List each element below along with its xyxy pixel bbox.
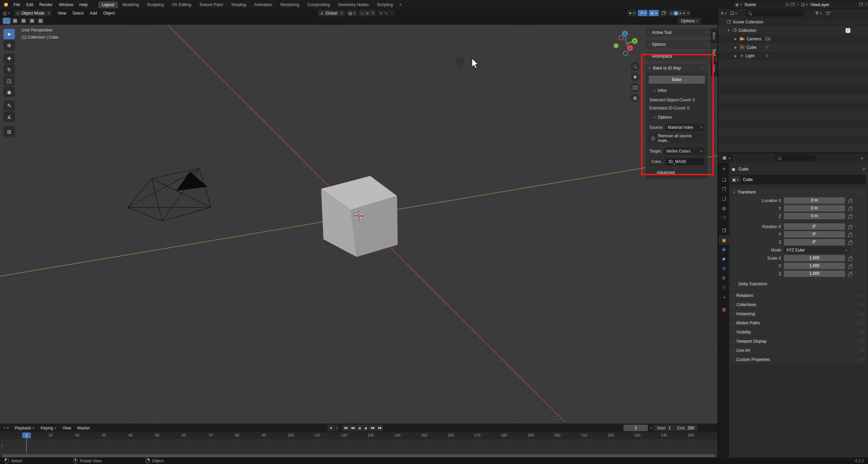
shading-rendered-icon[interactable]: ◓ [683, 11, 685, 16]
xray-toggle[interactable]: ❐ [660, 10, 668, 16]
auto-key-dropdown[interactable]: ∨ [334, 425, 339, 431]
pin-icon[interactable]: ⚲ [785, 2, 790, 7]
checkbox-icon[interactable] [651, 136, 655, 141]
workspace-tab-animation[interactable]: Animation [251, 1, 276, 8]
tab-world[interactable]: ❍ [719, 213, 729, 222]
play-button[interactable]: ▶ [363, 425, 369, 431]
unlink-scene-icon[interactable]: ✕ [796, 3, 799, 6]
select-mode-set[interactable] [3, 18, 11, 24]
lock-icon[interactable] [848, 258, 852, 261]
scene-selector[interactable]: ◍∨ Scene ⚲ ❐ ✕ [734, 1, 801, 8]
panel-motion-paths[interactable]: ›Motion Paths∷∷ [730, 319, 867, 327]
workspace-tab-shading[interactable]: Shading [228, 1, 250, 8]
tab-object[interactable]: ▣ [719, 235, 729, 245]
falloff-icon[interactable]: ∿ [384, 11, 388, 16]
channel-expand-icon[interactable]: › [1, 443, 3, 448]
panel-workspace[interactable]: ›Workspace∷∷ [646, 52, 713, 61]
camera-data-icon[interactable] [765, 36, 771, 41]
menu-view[interactable]: View [55, 11, 70, 16]
collection-checkbox[interactable]: ✓ [846, 28, 850, 33]
tool-scale[interactable]: ◳ [3, 76, 15, 86]
viewport-options-button[interactable]: Options∨ [678, 18, 701, 24]
filter-icon[interactable]: ∇ [816, 11, 818, 16]
tool-move[interactable]: ✚ [3, 53, 15, 64]
viewlayer-selector[interactable]: ❑∨ ViewLayer ❐ ✕ [800, 1, 868, 8]
timeline-scrollbar[interactable] [2, 454, 715, 457]
animate-dot-icon[interactable]: ∙ [855, 264, 856, 268]
tool-rotate[interactable]: ↻ [3, 64, 15, 75]
blender-logo-icon[interactable] [3, 2, 8, 7]
tab-object-data[interactable]: ▽ [719, 283, 729, 292]
animate-dot-icon[interactable]: ∙ [855, 199, 856, 202]
tab-scene[interactable]: ◍ [719, 203, 729, 213]
end-frame-field[interactable]: End250 [674, 426, 697, 430]
navigation-gizmo[interactable]: Z Y X [612, 29, 643, 60]
workspace-tab-modeling[interactable]: Modeling [119, 1, 143, 8]
panel-custom-properties[interactable]: ›Custom Properties∷∷ [730, 356, 867, 364]
bake-button[interactable]: Bake [649, 76, 705, 84]
jump-to-start-button[interactable]: ▮◀ [342, 425, 349, 431]
menu-add[interactable]: Add [87, 11, 100, 16]
animate-dot-icon[interactable]: ∙ [855, 272, 856, 276]
select-mode-extend[interactable] [11, 18, 19, 24]
sidebar-tab-view[interactable]: View [711, 61, 717, 76]
new-collection-icon[interactable]: ❒+ [826, 11, 831, 16]
lock-icon[interactable] [848, 226, 852, 229]
light-data-icon[interactable]: ⊙ [766, 54, 769, 58]
panel-options[interactable]: ›Options∷∷ [646, 40, 713, 49]
tab-physics[interactable]: ↺ [719, 264, 729, 273]
zoom-button[interactable] [631, 62, 639, 71]
mesh-data-icon[interactable]: ▽ [766, 45, 768, 49]
workspace-tab-rendering[interactable]: Rendering [277, 1, 303, 8]
tool-add-cube[interactable]: ⊞ [3, 126, 15, 137]
mode-selector[interactable]: ▢ Object Mode∨ [14, 10, 52, 16]
panel-instancing[interactable]: ›Instancing∷∷ [730, 310, 867, 318]
pivot-point-dropdown[interactable]: ◎∨ [347, 10, 357, 16]
start-frame-field[interactable]: Start1 [654, 426, 674, 430]
shading-dropdown-chevron[interactable]: ∨ [687, 12, 689, 15]
workspace-tab-sculpting[interactable]: Sculpting [143, 1, 167, 8]
panel-line-art[interactable]: ›Line Art∷∷ [730, 346, 867, 355]
outliner-row-camera[interactable]: ▶ Camera [718, 35, 868, 43]
options-subpanel-header[interactable]: ∨Options [653, 115, 708, 120]
disclosure-open-icon[interactable]: ▼ [727, 29, 730, 32]
shading-material-icon[interactable]: ◐ [679, 11, 682, 16]
properties-editor-icon[interactable]: ∨ [721, 155, 732, 161]
color-attribute-field[interactable]: ID_MASK [666, 158, 704, 165]
tab-render[interactable]: ❏ [719, 175, 729, 184]
new-viewlayer-icon[interactable]: ❐ [859, 2, 863, 7]
properties-options-chevron[interactable]: ∨ [860, 156, 864, 160]
shading-solid-icon[interactable]: ● [673, 11, 679, 16]
new-scene-icon[interactable]: ❐ [791, 2, 794, 7]
menu-keying[interactable]: Keying∨ [38, 426, 60, 430]
current-frame-badge[interactable]: 1 [22, 432, 31, 438]
snap-target-icon[interactable]: ⊹ [366, 11, 369, 16]
tab-tool[interactable]: ✛ [719, 164, 729, 174]
prev-keyframe-button[interactable]: ◀◀ [349, 425, 356, 431]
tool-transform[interactable]: ◉ [3, 87, 15, 97]
tool-annotate[interactable]: ✎ [3, 100, 15, 111]
workspace-tab-geometry-nodes[interactable]: Geometry Nodes [334, 1, 373, 8]
panel-visibility[interactable]: ›Visibility∷∷ [730, 328, 867, 336]
infos-subpanel-header[interactable]: ∨Infos [653, 88, 708, 93]
advanced-subpanel-header[interactable]: ›Advanced [653, 170, 708, 175]
ortho-toggle-button[interactable]: ⊞ [631, 94, 639, 102]
show-gizmo-toggle[interactable]: ↗∨ [638, 10, 648, 16]
menu-help[interactable]: Help [76, 2, 91, 7]
transform-orientation-dropdown[interactable]: ∠ Global∨ [318, 10, 345, 16]
select-mode-intersect[interactable] [37, 18, 44, 24]
lock-icon[interactable] [848, 234, 852, 237]
disclosure-closed-icon[interactable]: ▶ [734, 37, 737, 41]
animate-dot-icon[interactable]: ∙ [855, 233, 856, 236]
lock-icon[interactable] [848, 273, 852, 276]
play-reverse-button[interactable]: ◀ [356, 425, 362, 431]
target-dropdown[interactable]: Vertex Colors∨ [664, 147, 705, 155]
show-overlays-toggle[interactable]: ◎∨ [649, 10, 658, 16]
menu-marker[interactable]: Marker [74, 426, 93, 430]
object-id-icon[interactable]: ▣∨ [731, 176, 740, 183]
workspace-tab-texture-paint[interactable]: Texture Paint [196, 1, 227, 8]
outliner-row-cube[interactable]: ▶ ▼ Cube ▽ [718, 43, 868, 52]
snap-controls[interactable]: ∩ ⊹∨ [359, 10, 376, 16]
tab-constraints[interactable]: ✇ [719, 273, 729, 283]
timeline-channel-area[interactable]: › [0, 439, 717, 453]
